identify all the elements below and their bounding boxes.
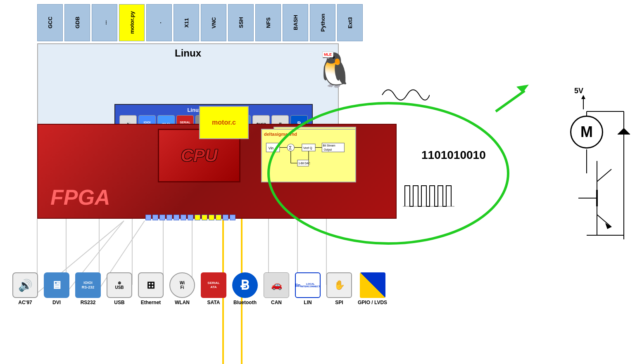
fpga-pins: [145, 215, 235, 220]
deltasigma-label: deltasigma.vhd: [264, 132, 353, 137]
spi-icon: ✋: [326, 272, 352, 298]
app-block-dot: .: [146, 4, 172, 41]
svg-marker-20: [516, 85, 529, 93]
deltasigma-diagram: Vin Σ Vref Q Bit Stream Output: [264, 138, 353, 175]
vhd-area: motor.vhd deltasigma.vhd Vin Σ Vref Q Bi…: [261, 127, 373, 209]
dvi-icon: 🖥: [44, 272, 69, 298]
circuit-wires: [566, 87, 636, 252]
sata-icon: SERIALATA: [201, 272, 226, 298]
rs232-icon: IOIOIRS-232: [75, 272, 101, 298]
interface-dvi: 🖥 DVI: [44, 272, 69, 305]
pin-12: [223, 215, 228, 220]
app-block-dots1: ...: [92, 4, 117, 41]
app-block-motorpy: motor.py: [119, 4, 145, 41]
lin-icon: linLOCAL INTERCONNECT: [295, 272, 321, 298]
cpu-label: CPU: [181, 146, 218, 165]
interface-lin: linLOCAL INTERCONNECT LIN: [295, 272, 321, 305]
rs232-label: RS232: [81, 300, 96, 305]
gpio-label: GPIO / LVDS: [358, 300, 387, 305]
wlan-icon: WiFi: [169, 272, 195, 298]
tux-penguin: 🐧: [314, 45, 355, 95]
ethernet-label: Ethernet: [141, 300, 161, 305]
pwm-diagram: [401, 177, 454, 210]
motor-c-box: motor.c: [199, 106, 249, 139]
svg-text:Vref Q: Vref Q: [303, 146, 312, 150]
pin-8: [195, 215, 200, 220]
pin-4: [166, 215, 172, 220]
interface-spi: ✋ SPI: [326, 272, 352, 305]
app-block-python: Python: [310, 4, 335, 41]
app-block-gcc: GCC: [37, 4, 63, 41]
can-icon: 🚗: [264, 272, 289, 298]
pin-2: [152, 215, 158, 220]
motor-c-label: motor.c: [212, 119, 236, 126]
spi-label: SPI: [335, 300, 343, 305]
pin-6: [181, 215, 186, 220]
motor-circuit: 5V M: [566, 87, 636, 252]
binary-number: 1101010010: [421, 149, 486, 162]
svg-text:Vin: Vin: [269, 146, 274, 150]
interface-usb: ⊕USB USB: [107, 272, 132, 305]
pin-11: [216, 215, 221, 220]
interface-can: 🚗 CAN: [264, 272, 289, 305]
interface-gpio: GPIO / LVDS: [358, 272, 387, 305]
interfaces-row: 🔊 AC'97 🖥 DVI IOIOIRS-232 RS232 ⊕USB USB…: [12, 272, 387, 305]
interface-ethernet: ⊞ Ethernet: [138, 272, 164, 305]
app-block-bash: BASH: [283, 4, 308, 41]
pin-9: [202, 215, 207, 220]
app-blocks-row: GCC GDB ... motor.py . X11 VNC SSH NFS B…: [37, 4, 363, 41]
pin-3: [159, 215, 165, 220]
svg-text:Σ: Σ: [289, 145, 292, 150]
app-block-gdb: GDB: [64, 4, 90, 41]
sine-wave-area: [380, 83, 430, 107]
ac97-icon: 🔊: [12, 272, 38, 298]
mle-badge: MLE: [322, 52, 333, 57]
pin-5: [174, 215, 179, 220]
pin-13: [230, 215, 235, 220]
bluetooth-label: Bluetooth: [233, 300, 257, 305]
interface-wlan: WiFi WLAN: [169, 272, 195, 305]
interface-ac97: 🔊 AC'97: [12, 272, 38, 305]
ethernet-icon: ⊞: [138, 272, 164, 298]
svg-text:Bit Stream: Bit Stream: [323, 144, 335, 147]
can-label: CAN: [271, 300, 282, 305]
app-block-ext3: Ext3: [337, 4, 363, 41]
pin-1: [145, 215, 151, 220]
bluetooth-icon: Ƀ: [232, 272, 258, 298]
fpga-label: FPGA: [50, 185, 110, 210]
app-block-x11: X11: [174, 4, 199, 41]
dvi-label: DVI: [52, 300, 61, 305]
svg-text:Output: Output: [324, 148, 332, 151]
lin-label: LIN: [304, 300, 311, 305]
pin-7: [188, 215, 193, 220]
ac97-label: AC'97: [18, 300, 32, 305]
svg-line-19: [496, 91, 525, 111]
usb-icon: ⊕USB: [107, 272, 132, 298]
wlan-label: WLAN: [175, 300, 190, 305]
svg-marker-48: [618, 128, 630, 134]
svg-text:1-Bit DAC: 1-Bit DAC: [298, 162, 310, 165]
interface-sata: SERIALATA SATA: [201, 272, 226, 305]
app-block-ssh: SSH: [228, 4, 254, 41]
interface-rs232: IOIOIRS-232 RS232: [75, 272, 101, 305]
deltasigma-vhd-box: deltasigma.vhd Vin Σ Vref Q Bit Stream O…: [261, 129, 356, 182]
app-block-nfs: NFS: [255, 4, 281, 41]
interface-bluetooth: Ƀ Bluetooth: [232, 272, 258, 305]
linux-label: Linux: [38, 44, 338, 62]
gpio-icon: [360, 272, 385, 298]
pin-10: [209, 215, 214, 220]
sine-wave: [380, 83, 430, 107]
main-diagram: GCC GDB ... motor.py . X11 VNC SSH NFS B…: [12, 4, 632, 359]
sata-label: SATA: [207, 300, 220, 305]
app-block-vnc: VNC: [201, 4, 226, 41]
pwm-area: [401, 177, 454, 210]
usb-label: USB: [114, 300, 124, 305]
